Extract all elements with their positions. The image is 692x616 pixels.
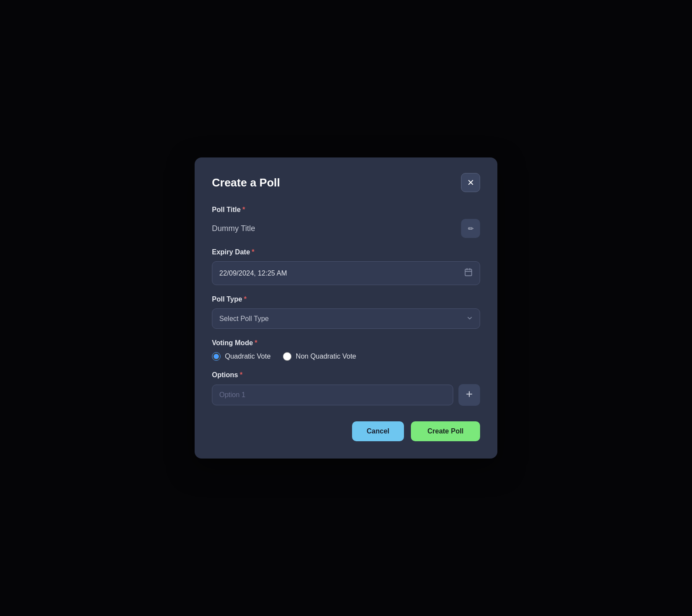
- poll-type-select-wrapper: Select Poll Type Single Choice Multiple …: [212, 308, 480, 329]
- close-icon: ✕: [467, 177, 474, 188]
- close-button[interactable]: ✕: [461, 173, 480, 192]
- edit-icon: ✏: [468, 225, 474, 233]
- quadratic-vote-radio[interactable]: [212, 352, 221, 361]
- poll-title-label: Poll Title *: [212, 206, 480, 214]
- poll-title-value: Dummy Title: [212, 222, 456, 235]
- svg-rect-0: [465, 269, 472, 276]
- expiry-date-field: Expiry Date *: [212, 248, 480, 285]
- poll-type-field: Poll Type * Select Poll Type Single Choi…: [212, 295, 480, 329]
- options-input-wrapper: [212, 384, 480, 406]
- add-option-button[interactable]: [458, 384, 480, 406]
- required-indicator: *: [252, 248, 254, 256]
- poll-title-field: Poll Title * Dummy Title ✏: [212, 206, 480, 238]
- quadratic-vote-label: Quadratic Vote: [225, 353, 271, 360]
- modal-title: Create a Poll: [212, 176, 280, 189]
- required-indicator: *: [255, 339, 257, 347]
- modal-footer: Cancel Create Poll: [212, 421, 480, 441]
- add-icon: [465, 390, 474, 401]
- date-input-wrapper: [212, 261, 480, 285]
- non-quadratic-vote-option[interactable]: Non Quadratic Vote: [283, 352, 356, 361]
- quadratic-vote-option[interactable]: Quadratic Vote: [212, 352, 271, 361]
- voting-mode-options: Quadratic Vote Non Quadratic Vote: [212, 352, 480, 361]
- options-field: Options *: [212, 371, 480, 406]
- calendar-icon[interactable]: [464, 268, 473, 279]
- poll-type-label: Poll Type *: [212, 295, 480, 303]
- non-quadratic-vote-label: Non Quadratic Vote: [296, 353, 356, 360]
- cancel-button[interactable]: Cancel: [352, 421, 404, 441]
- poll-type-select[interactable]: Select Poll Type Single Choice Multiple …: [212, 308, 480, 329]
- create-poll-button[interactable]: Create Poll: [411, 421, 480, 441]
- expiry-date-label: Expiry Date *: [212, 248, 480, 256]
- non-quadratic-vote-radio[interactable]: [283, 352, 292, 361]
- voting-mode-label: Voting Mode *: [212, 339, 480, 347]
- required-indicator: *: [242, 206, 245, 214]
- poll-title-wrapper: Dummy Title ✏: [212, 219, 480, 238]
- edit-title-button[interactable]: ✏: [461, 219, 480, 238]
- required-indicator: *: [240, 371, 242, 379]
- expiry-date-input[interactable]: [219, 270, 461, 277]
- voting-mode-field: Voting Mode * Quadratic Vote Non Quadrat…: [212, 339, 480, 361]
- option-1-input[interactable]: [212, 385, 453, 405]
- modal-overlay: Create a Poll ✕ Poll Title * Dummy Title…: [0, 0, 692, 616]
- create-poll-modal: Create a Poll ✕ Poll Title * Dummy Title…: [195, 157, 497, 459]
- required-indicator: *: [244, 295, 247, 303]
- options-label: Options *: [212, 371, 480, 379]
- modal-header: Create a Poll ✕: [212, 173, 480, 192]
